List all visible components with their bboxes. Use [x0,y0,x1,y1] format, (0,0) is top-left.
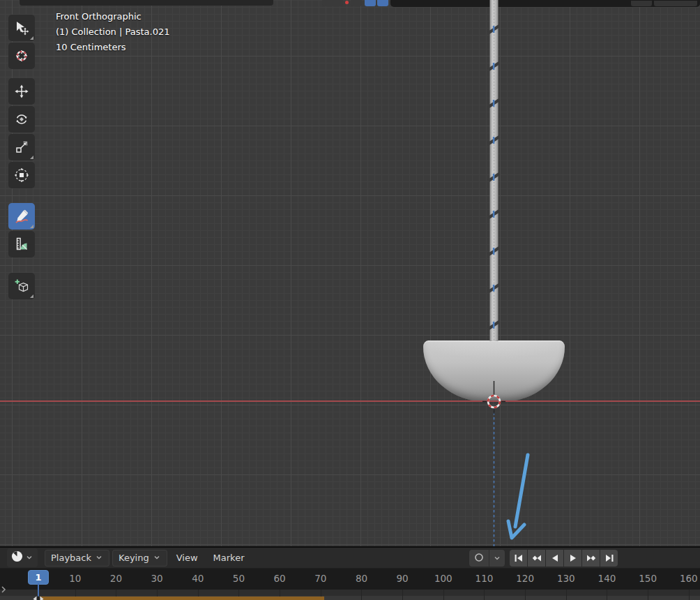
jump-end-icon [604,552,614,565]
frame-tick-label: 50 [233,573,245,584]
frame-tick-label: 10 [69,573,81,584]
jump-to-start-button[interactable] [510,550,527,567]
chevron-down-icon [153,553,161,564]
frame-tick-label: 160 [680,573,698,584]
menu-view[interactable]: View [170,550,204,566]
measure-icon [14,237,29,252]
grid-scale-label: 10 Centimeters [56,40,170,55]
auto-keyframe-group [469,550,505,567]
header-button-clipped[interactable] [351,0,362,6]
next-keyframe-icon [586,552,596,565]
header-button-clipped[interactable] [631,1,652,6]
tool-scale-button[interactable] [8,134,35,160]
menu-marker[interactable]: Marker [207,550,251,566]
annotate-icon [14,209,29,224]
action-frame-range-bar [40,597,324,600]
record-circle-icon [474,552,484,565]
add-cube-icon [14,278,29,294]
play-icon [568,552,578,565]
timeline-header: PlaybackKeyingViewMarker [0,548,700,569]
bowl-mesh-object[interactable] [423,340,565,402]
play-button[interactable] [564,550,581,567]
subtool-corner-triangle [30,225,33,228]
header-button-clipped[interactable] [322,0,343,6]
subtool-corner-triangle [30,156,33,159]
timeline-editor-icon [11,550,23,565]
scale-icon [14,140,29,155]
scene-overlay-drawing [0,0,700,546]
cursor-icon [14,48,29,63]
tool-measure-button[interactable] [8,231,35,257]
frame-tick-label: 90 [397,573,409,584]
menu-label: Playback [51,553,91,563]
frame-tick-label: 130 [557,573,575,584]
keyframe-gridline [361,590,362,600]
keyframe-gridline [566,590,567,600]
play-reverse-icon [550,552,560,565]
x-axis-line [0,400,700,402]
rotate-icon [14,112,29,127]
timeline-menus: PlaybackKeyingViewMarker [45,550,250,567]
collection-object-label: (1) Collection | Pasta.021 [56,24,170,40]
menu-label: Marker [213,553,245,563]
frame-tick-label: 80 [356,573,367,584]
keyframe-gridline [689,590,690,600]
keyframe-gridline [648,590,648,600]
transform-icon [14,167,29,183]
viewport-overlay-text: Front Orthographic (1) Collection | Past… [56,9,170,55]
tool-cursor-button[interactable] [8,43,35,69]
menu-keying[interactable]: Keying [112,550,167,567]
menu-playback[interactable]: Playback [45,550,109,567]
record-dot-icon [345,1,349,4]
tool-add-cube-button[interactable] [8,273,35,299]
menu-label: Keying [119,553,149,563]
chevron-down-icon [25,551,33,564]
frame-tick-label: 150 [639,573,657,584]
chevron-down-icon [493,552,501,565]
frame-tick-label: 60 [274,573,286,584]
keyframe-gridline [443,590,444,600]
select-box-icon [14,20,29,36]
blender-window: Front Orthographic (1) Collection | Past… [0,0,700,600]
frame-tick-label: 30 [151,573,163,584]
header-toggle-on-clipped[interactable] [377,0,388,6]
frame-tick-label: 70 [314,573,326,584]
header-button-clipped[interactable] [654,1,697,6]
menu-label: View [176,553,198,563]
jump-to-end-button[interactable] [600,550,618,567]
keyframe-gridline [484,590,485,600]
playhead-handle[interactable] [33,592,45,600]
view-name-label: Front Orthographic [56,9,170,24]
frame-tick-label: 40 [192,573,204,584]
keyframe-gridline [402,590,403,600]
editor-type-selector[interactable] [7,548,38,567]
frame-tick-label: 110 [475,573,494,584]
timeline-editor: PlaybackKeyingViewMarker 1 1020304050607… [0,546,700,600]
current-frame-badge[interactable]: 1 [28,570,49,585]
tool-select-box-button[interactable] [8,15,35,41]
keyframe-gridline [607,590,607,600]
header-toggle-on-clipped[interactable] [365,0,376,6]
frame-tick-label: 140 [598,573,616,584]
tool-move-button[interactable] [8,78,35,105]
channel-expand-chevron-icon[interactable] [1,583,6,597]
prev-keyframe-icon [532,552,542,565]
pasta-rod-object [489,0,499,341]
frame-tick-label: 20 [110,573,122,584]
playback-controls [510,550,618,567]
timeline-keyframe-area[interactable] [0,590,700,600]
auto-keyframe-toggle[interactable] [469,550,489,567]
keyframe-gridline [525,590,526,600]
tool-annotate-button[interactable] [8,203,35,230]
play-reverse-button[interactable] [546,550,563,567]
auto-keyframe-options-button[interactable] [489,550,505,567]
tool-rotate-button[interactable] [8,106,35,133]
annotation-arrow [508,455,528,538]
timeline-ruler[interactable]: 1 10203040506070809010011012013014015016… [0,569,700,590]
jump-to-prev-keyframe-button[interactable] [528,550,545,567]
3d-viewport[interactable]: Front Orthographic (1) Collection | Past… [0,0,700,546]
jump-to-next-keyframe-button[interactable] [582,550,600,567]
chevron-down-icon [95,553,103,564]
tool-transform-button[interactable] [8,162,35,188]
frame-tick-label: 120 [516,573,534,584]
